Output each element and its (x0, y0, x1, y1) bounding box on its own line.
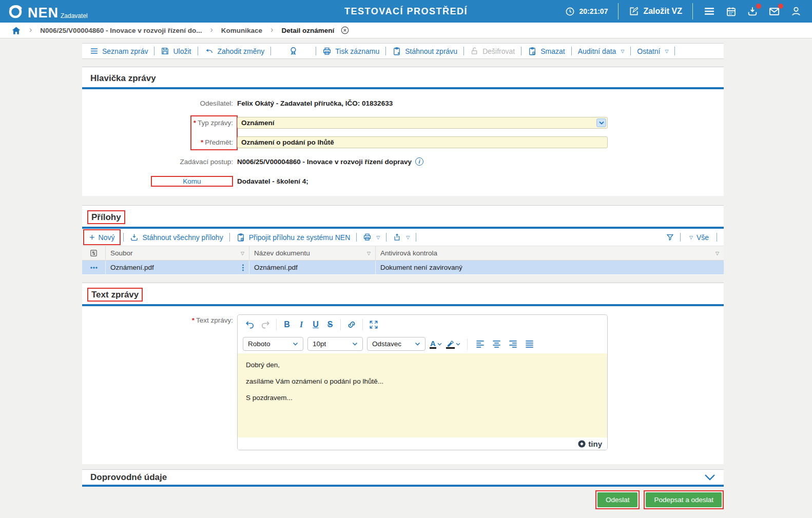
predmet-input[interactable]: Oznámení o podání po lhůtě (237, 136, 608, 148)
align-center-button[interactable] (491, 337, 503, 351)
stahnout-zpravu-button[interactable]: Stáhnout zprávu (388, 47, 462, 56)
message-line: Dobrý den, (246, 361, 599, 369)
auditni-data-dropdown[interactable]: Auditní data ▽ (573, 47, 629, 55)
link-button[interactable] (344, 318, 359, 331)
align-right-button[interactable] (507, 337, 519, 351)
field-predmet: * Předmět: Oznámení o podání po lhůtě (82, 136, 724, 148)
pripojit-prilohu-button[interactable]: Připojit přílohu ze systému NEN (231, 233, 355, 242)
required-mark: * (194, 119, 196, 127)
divider (362, 319, 363, 330)
column-options-button[interactable] (82, 246, 106, 260)
cell-soubor[interactable]: Oznámení.pdf (106, 261, 249, 274)
ulozit-button[interactable]: Uložit (156, 47, 196, 55)
cell-nazev[interactable]: Oznámení.pdf (249, 261, 376, 274)
seznam-zprav-button[interactable]: Seznam zpráv (85, 47, 152, 55)
export-attachments-dropdown[interactable]: ▽ (388, 233, 414, 242)
column-header-nazev[interactable]: Název dokumentu ▽ (249, 246, 376, 260)
align-justify-button[interactable] (524, 337, 536, 351)
record-toolbar: Seznam zpráv Uložit Zahodit změny Tisk z… (82, 43, 724, 59)
divider (467, 338, 468, 350)
expand-section-button[interactable] (704, 474, 716, 481)
komu-value: Dodavatel - školení 4; (237, 177, 308, 185)
print-attachments-dropdown[interactable]: ▽ (358, 233, 384, 242)
divider (692, 3, 693, 19)
close-tab-button[interactable] (340, 26, 350, 35)
tisk-zaznamu-button[interactable]: Tisk záznamu (318, 47, 384, 56)
info-icon[interactable]: i (415, 157, 423, 166)
dropdown-arrow-icon: ▽ (665, 49, 668, 54)
main-menu-button[interactable] (703, 5, 716, 17)
clock-icon (565, 7, 575, 16)
divider (463, 47, 464, 55)
underline-button[interactable]: U (309, 320, 322, 329)
text-color-button[interactable]: A (430, 340, 442, 349)
bold-button[interactable]: B (280, 320, 294, 329)
smazat-button[interactable]: Smazat (523, 47, 569, 56)
divider (386, 233, 386, 242)
divider (674, 47, 675, 55)
attachment-row[interactable]: Oznámení.pdf Oznámení.pdf Dokument není … (82, 261, 724, 274)
odeslat-button[interactable]: Odeslat (597, 492, 638, 507)
user-profile-button[interactable] (790, 6, 802, 17)
breadcrumb-item-komunikace[interactable]: Komunikace (221, 27, 262, 34)
environment-title: TESTOVACÍ PROSTŘEDÍ (344, 0, 468, 23)
select-arrow-button[interactable] (596, 118, 606, 127)
fullscreen-button[interactable] (366, 318, 381, 331)
field-odesilatel: Odesílatel: Felix Okátý - Zadavatel přír… (82, 97, 724, 109)
attachments-panel: Přílohy + Nový Stáhnout všechny přílohy … (82, 205, 724, 275)
create-vz-button[interactable]: Založit VZ (629, 6, 682, 16)
divider (316, 47, 316, 55)
breadcrumb-separator-icon: › (29, 26, 32, 34)
row-menu-button[interactable] (82, 261, 106, 274)
column-filter-icon[interactable]: ▽ (367, 251, 371, 256)
predmet-label: Předmět: (205, 138, 233, 146)
column-filter-icon[interactable]: ▽ (241, 251, 244, 256)
komu-link[interactable]: Komu (151, 176, 233, 187)
divider (356, 233, 357, 242)
divider (680, 233, 681, 242)
messages-button[interactable] (768, 6, 780, 17)
brand-subtitle: Zadavatel (61, 12, 88, 19)
strikethrough-button[interactable]: S (323, 320, 337, 329)
breadcrumb-item-procedure[interactable]: N006/25/V00004860 - Inovace v rozvoji ří… (40, 27, 202, 34)
tinymce-logo-icon[interactable] (577, 440, 586, 448)
divider (571, 47, 572, 55)
divider (521, 47, 521, 55)
undo-button[interactable] (243, 318, 257, 331)
required-mark: * (201, 138, 203, 146)
breadcrumb-item-detail: Detail oznámení (281, 27, 334, 34)
desifrovat-button[interactable]: Dešifrovat (466, 47, 519, 55)
attachments-table: Soubor ▽ Název dokumentu ▽ Antivirová ko… (82, 246, 724, 274)
nen-logo-icon (7, 3, 24, 19)
font-family-select[interactable]: Roboto (243, 337, 303, 351)
podepsat-a-odeslat-button[interactable]: Podepsat a odeslat (646, 492, 722, 507)
redo-button[interactable] (258, 318, 273, 331)
divider (618, 3, 618, 19)
certificate-seal-button[interactable] (284, 46, 303, 56)
paragraph-format-select[interactable]: Odstavec (367, 337, 426, 351)
nen-logo[interactable]: NEN Zadavatel (0, 3, 88, 19)
font-size-select[interactable]: 10pt (307, 337, 363, 351)
filter-vse-dropdown[interactable]: ▽ Vše (686, 233, 711, 242)
downloads-button[interactable] (747, 6, 758, 17)
filter-funnel-icon[interactable] (666, 233, 674, 242)
column-header-soubor[interactable]: Soubor ▽ (106, 246, 249, 260)
clock-display: 20:21:07 (565, 7, 608, 16)
column-header-antivir[interactable]: Antivirová kontrola ▽ (376, 246, 724, 260)
stahnout-vsechny-prilohy-button[interactable]: Stáhnout všechny přílohy (125, 233, 227, 242)
ostatni-dropdown[interactable]: Ostatní ▽ (632, 47, 673, 55)
novy-button[interactable]: + Nový (83, 229, 121, 245)
zahodit-zmeny-button[interactable]: Zahodit změny (200, 47, 269, 55)
align-left-button[interactable] (474, 337, 487, 351)
tinymce-logo-text[interactable]: tiny (588, 440, 602, 448)
typ-zpravy-select[interactable]: Oznámení (237, 117, 608, 129)
message-body-editable[interactable]: Dobrý den, zasíláme Vám oznámení o podán… (238, 353, 607, 437)
column-filter-icon[interactable]: ▽ (716, 251, 719, 256)
drag-handle-icon[interactable] (242, 264, 244, 271)
highlight-color-button[interactable] (446, 340, 460, 349)
italic-button[interactable]: I (295, 320, 308, 329)
calendar-icon (726, 6, 737, 17)
calendar-button[interactable] (726, 6, 737, 17)
text-zpravy-label: Text zprávy: (196, 316, 233, 324)
home-button[interactable] (11, 26, 21, 35)
